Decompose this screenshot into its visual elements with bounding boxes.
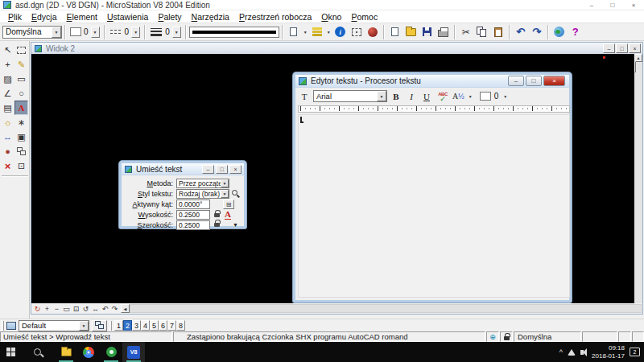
level-display-button[interactable] [309, 25, 325, 39]
menu-element[interactable]: Element [61, 12, 102, 22]
taskbar-clock[interactable]: 09:18 2018-01-17 [592, 344, 625, 360]
model-combo[interactable]: Default ▼ [19, 320, 89, 331]
view-toggle-4[interactable]: 4 [141, 320, 150, 331]
status-active-level[interactable]: Domyślna [514, 331, 581, 342]
paste-button[interactable] [490, 25, 506, 39]
place-text-close-button[interactable]: × [229, 165, 242, 174]
tool-tags[interactable]: ▤ [1, 101, 14, 115]
spell-check-button[interactable]: ABC ✓ [436, 90, 450, 103]
menu-pomoc[interactable]: Pomoc [346, 12, 382, 22]
view-titlebar[interactable]: Widok 2 – □ × [31, 43, 642, 54]
help-button[interactable]: ? [568, 25, 584, 39]
level-dropdown-icon[interactable]: ▼ [52, 27, 61, 38]
tool-delete[interactable]: × [1, 158, 14, 173]
volume-icon[interactable] [580, 350, 584, 355]
view-previous-button[interactable]: ↶ [101, 304, 109, 313]
view-toggle-2-active[interactable]: 2 [123, 320, 132, 331]
expand-dialog-icon[interactable]: ▼ [233, 222, 238, 228]
text-style-select[interactable]: Rodzaj (brak) ▼ [176, 189, 229, 199]
accudraw-button[interactable] [349, 25, 365, 39]
text-style-dropdown-icon[interactable]: ▼ [221, 190, 229, 198]
tool-points[interactable]: + [1, 57, 14, 72]
underline-button[interactable]: U [420, 90, 433, 103]
model-manager-button[interactable] [92, 320, 107, 331]
models-button[interactable] [286, 25, 302, 39]
action-center-icon[interactable]: 2 [630, 348, 640, 356]
models-dropdown-icon[interactable]: ▼ [302, 25, 309, 39]
height-lock-icon[interactable] [214, 213, 220, 217]
cut-button[interactable]: ✂ [458, 25, 474, 39]
copy-button[interactable] [474, 25, 490, 39]
web-browser-button[interactable] [551, 25, 568, 39]
tool-groups[interactable] [14, 144, 28, 158]
zoom-in-button[interactable]: + [43, 304, 52, 313]
tool-change-attributes[interactable]: ☼ [1, 115, 14, 130]
level-display-dropdown-icon[interactable]: ▼ [325, 25, 332, 39]
menu-plik[interactable]: Plik [3, 12, 27, 22]
network-icon[interactable] [568, 349, 576, 356]
view-minimize-button[interactable]: – [603, 43, 615, 53]
font-tool-icon[interactable]: T [298, 90, 311, 103]
element-information-button[interactable]: i [332, 25, 349, 39]
locks-segment[interactable] [500, 331, 513, 342]
model-bar-grip[interactable] [109, 321, 112, 331]
tool-ellipses[interactable]: ○ [14, 86, 28, 101]
update-view-button[interactable]: ↻ [33, 304, 42, 313]
popset-button[interactable] [365, 25, 381, 39]
save-button[interactable] [419, 25, 436, 39]
text-color-dropdown-icon[interactable]: ▼ [502, 89, 509, 104]
menu-ustawienia[interactable]: Ustawienia [102, 12, 153, 22]
tool-fence[interactable] [14, 43, 28, 57]
tool-cells[interactable]: ∗ [14, 115, 28, 130]
taskbar-microstation-active[interactable]: V8 [122, 342, 145, 362]
pan-view-button[interactable]: ↔ [91, 304, 100, 313]
text-editor-area[interactable] [298, 114, 570, 298]
app-minimize-button[interactable]: – [581, 0, 602, 10]
text-color-swatch[interactable] [480, 92, 491, 101]
font-combo[interactable]: Arial ▼ [313, 90, 387, 102]
view-toggle-8[interactable]: 8 [176, 320, 185, 331]
new-file-button[interactable] [387, 25, 403, 39]
open-file-button[interactable] [403, 25, 419, 39]
undo-button[interactable]: ↶ [513, 25, 529, 39]
height-input[interactable]: 0.2500 [176, 210, 210, 220]
snap-mode-icon[interactable]: ⊕ [486, 331, 499, 342]
redo-button[interactable]: ↷ [529, 25, 545, 39]
place-text-titlebar[interactable]: Umieść tekst – □ × [122, 163, 244, 175]
text-editor-close-button[interactable]: × [543, 76, 565, 86]
tool-annotate[interactable]: ✎ [14, 57, 28, 72]
hidden-icons-caret[interactable]: ^ [559, 348, 563, 356]
view-maximize-button[interactable]: □ [616, 43, 628, 53]
active-level-combo[interactable]: Domyślna ▼ [2, 26, 62, 39]
tool-fence-stretch[interactable]: ⊡ [14, 158, 28, 173]
view-next-button[interactable]: ↷ [110, 304, 119, 313]
place-text-maximize-button[interactable]: □ [216, 165, 228, 174]
model-dropdown-icon[interactable]: ▼ [79, 321, 89, 331]
print-button[interactable] [436, 25, 452, 39]
menu-palety[interactable]: Palety [153, 12, 186, 22]
tool-measure[interactable]: ↔ [1, 130, 14, 144]
taskbar-chrome[interactable] [77, 342, 100, 362]
text-editor-minimize-button[interactable]: – [508, 76, 524, 86]
menu-okno[interactable]: Okno [316, 12, 346, 22]
view-vertical-scrollbar[interactable]: ▲ [634, 54, 642, 303]
stacked-fraction-button[interactable]: A ½ [452, 92, 464, 101]
active-weight-control[interactable]: 0 ▼ [150, 27, 181, 38]
width-input[interactable]: 0.2500 [176, 220, 210, 230]
model-bar-grip[interactable] [2, 321, 4, 331]
place-text-minimize-button[interactable]: – [202, 165, 214, 174]
view-toggle-3[interactable]: 3 [132, 320, 141, 331]
rotate-view-button[interactable]: ↺ [81, 304, 90, 313]
horizontal-scrollbar[interactable] [130, 304, 642, 313]
font-dropdown-icon[interactable]: ▼ [377, 91, 386, 101]
taskbar-file-explorer[interactable] [55, 342, 77, 362]
zoom-out-button[interactable]: − [52, 304, 61, 313]
taskbar-green-app[interactable] [100, 342, 122, 362]
weight-dropdown-icon[interactable]: ▼ [172, 27, 181, 38]
fit-view-button[interactable]: ⊡ [72, 304, 80, 313]
app-maximize-button[interactable]: □ [602, 0, 623, 10]
width-lock-icon[interactable] [214, 223, 220, 227]
text-editor-titlebar[interactable]: Edytor tekstu - Procesor tekstu – □ × [295, 75, 569, 88]
angle-spinner-icon[interactable]: ⊞ [223, 200, 234, 209]
text-editor-maximize-button[interactable]: □ [526, 76, 542, 86]
